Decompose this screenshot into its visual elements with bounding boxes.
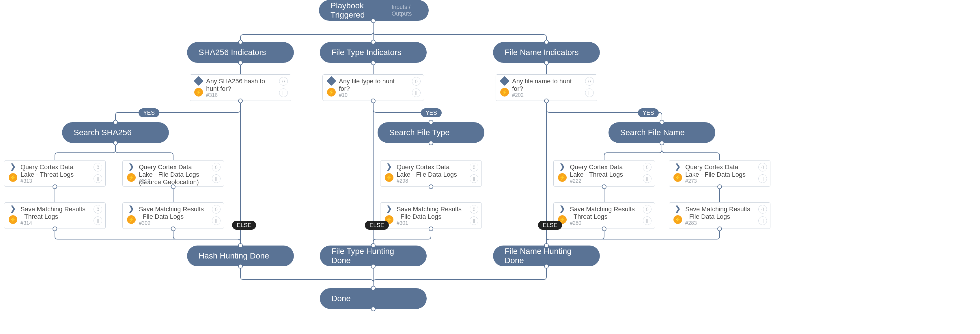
port: [718, 226, 722, 231]
automation-icon: ⚡: [385, 173, 393, 182]
filename-indicators-pill[interactable]: File Name Indicators: [493, 42, 600, 63]
port: [238, 98, 243, 103]
search-filename-pill[interactable]: Search File Name: [608, 122, 715, 143]
code-icon[interactable]: ⟨⟩: [643, 205, 652, 214]
playbook-triggered-pill[interactable]: Playbook Triggered Inputs / Outputs: [319, 0, 429, 21]
automation-icon: ⚡: [9, 173, 18, 182]
any-filename-card[interactable]: ⚡ Any file name to hunt for? #202 ⟨⟩ ||: [496, 74, 597, 101]
automation-icon: ⚡: [127, 215, 136, 224]
pause-icon[interactable]: ||: [470, 217, 478, 225]
code-icon[interactable]: ⟨⟩: [279, 77, 288, 85]
root-title: Playbook Triggered: [331, 1, 374, 20]
subplaybook-icon: ❯: [385, 206, 393, 212]
pause-icon[interactable]: ||: [643, 217, 652, 225]
query-file-filename-card[interactable]: ❯ ⚡ Query Cortex Data Lake - File Data L…: [669, 160, 770, 187]
task-id: #10: [339, 92, 348, 98]
code-icon[interactable]: ⟨⟩: [470, 163, 478, 171]
save-threat-sha256-card[interactable]: ❯ ⚡ Save Matching Results - Threat Logs …: [4, 202, 106, 229]
code-icon[interactable]: ⟨⟩: [94, 205, 102, 214]
pause-icon[interactable]: ||: [643, 174, 652, 183]
query-file-filetype-card[interactable]: ❯ ⚡ Query Cortex Data Lake - File Data L…: [380, 160, 482, 187]
condition-icon: [500, 76, 509, 86]
yes-badge: YES: [421, 108, 442, 117]
hash-done-pill[interactable]: Hash Hunting Done: [187, 245, 294, 266]
filetype-indicators-pill[interactable]: File Type Indicators: [320, 42, 426, 63]
section-label: Search File Name: [620, 128, 685, 137]
query-threat-sha256-card[interactable]: ❯ ⚡ Query Cortex Data Lake - Threat Logs…: [4, 160, 106, 187]
code-icon[interactable]: ⟨⟩: [412, 77, 421, 85]
code-icon[interactable]: ⟨⟩: [758, 163, 767, 171]
else-badge: ELSE: [538, 221, 562, 230]
code-icon[interactable]: ⟨⟩: [758, 205, 767, 214]
query-threat-filename-card[interactable]: ❯ ⚡ Query Cortex Data Lake - Threat Logs…: [554, 160, 655, 187]
task-id: #283: [685, 220, 697, 226]
pause-icon[interactable]: ||: [94, 174, 102, 183]
port: [429, 226, 433, 231]
port: [429, 120, 433, 125]
code-icon[interactable]: ⟨⟩: [212, 205, 221, 214]
pause-icon[interactable]: ||: [470, 174, 478, 183]
pause-icon[interactable]: ||: [412, 89, 421, 97]
pause-icon[interactable]: ||: [279, 89, 288, 97]
section-label: Done: [331, 294, 351, 303]
code-icon[interactable]: ⟨⟩: [470, 205, 478, 214]
any-sha256-card[interactable]: ⚡ Any SHA256 hash to hunt for? #316 ⟨⟩ |…: [190, 74, 291, 101]
pause-icon[interactable]: ||: [758, 174, 767, 183]
code-icon[interactable]: ⟨⟩: [585, 77, 594, 85]
subplaybook-icon: ❯: [558, 163, 566, 170]
subplaybook-icon: ❯: [127, 206, 135, 212]
yes-badge: YES: [638, 108, 659, 117]
subplaybook-icon: ❯: [9, 206, 17, 212]
port: [171, 184, 175, 189]
save-threat-filename-card[interactable]: ❯ ⚡ Save Matching Results - Threat Logs …: [554, 202, 655, 229]
pause-icon[interactable]: ||: [94, 217, 102, 225]
task-id: #314: [21, 220, 32, 226]
search-sha256-pill[interactable]: Search SHA256: [62, 122, 169, 143]
port: [429, 184, 433, 189]
subplaybook-icon: ❯: [558, 206, 566, 212]
save-file-filetype-card[interactable]: ❯ ⚡ Save Matching Results - File Data Lo…: [380, 202, 482, 229]
filetype-done-pill[interactable]: File Type Hunting Done: [320, 245, 426, 266]
pause-icon[interactable]: ||: [212, 217, 221, 225]
section-label: Search File Type: [389, 128, 450, 137]
query-file-sha256-card[interactable]: ❯ ⚡ Query Cortex Data Lake - File Data L…: [123, 160, 224, 187]
automation-icon: ⚡: [327, 88, 336, 97]
io-label[interactable]: Inputs / Outputs: [391, 4, 417, 17]
port: [238, 40, 243, 44]
filename-done-pill[interactable]: File Name Hunting Done: [493, 245, 600, 266]
section-label: File Type Indicators: [331, 48, 401, 57]
code-icon[interactable]: ⟨⟩: [94, 163, 102, 171]
port: [371, 40, 375, 44]
save-file-filename-card[interactable]: ❯ ⚡ Save Matching Results - File Data Lo…: [669, 202, 770, 229]
port: [544, 60, 549, 65]
done-pill[interactable]: Done: [320, 288, 426, 309]
task-title: Any file type to hunt for?: [339, 78, 406, 92]
else-badge: ELSE: [232, 221, 256, 230]
pause-icon[interactable]: ||: [758, 217, 767, 225]
save-file-sha256-card[interactable]: ❯ ⚡ Save Matching Results - File Data Lo…: [123, 202, 224, 229]
task-title: Save Matching Results - File Data Logs: [139, 206, 207, 220]
automation-icon: ⚡: [500, 88, 509, 97]
task-id: #273: [685, 178, 697, 184]
port: [238, 264, 243, 269]
automation-icon: ⚡: [558, 173, 566, 182]
pause-icon[interactable]: ||: [585, 89, 594, 97]
section-label: Search SHA256: [73, 128, 132, 137]
automation-icon: ⚡: [127, 173, 136, 182]
task-title: Any SHA256 hash to hunt for?: [206, 78, 274, 92]
port: [544, 243, 549, 248]
any-filetype-card[interactable]: ⚡ Any file type to hunt for? #10 ⟨⟩ ||: [323, 74, 424, 101]
port: [238, 243, 243, 248]
port: [660, 120, 664, 125]
code-icon[interactable]: ⟨⟩: [212, 163, 221, 171]
search-filetype-pill[interactable]: Search File Type: [377, 122, 484, 143]
port: [371, 60, 375, 65]
pause-icon[interactable]: ||: [212, 174, 221, 183]
section-label: File Name Hunting Done: [504, 247, 588, 265]
task-title: Query Cortex Data Lake - Threat Logs: [570, 163, 637, 178]
code-icon[interactable]: ⟨⟩: [643, 163, 652, 171]
section-label: File Name Indicators: [504, 48, 579, 57]
subplaybook-icon: ❯: [9, 163, 17, 170]
sha256-indicators-pill[interactable]: SHA256 Indicators: [187, 42, 294, 63]
task-title: Save Matching Results - File Data Logs: [685, 206, 753, 220]
